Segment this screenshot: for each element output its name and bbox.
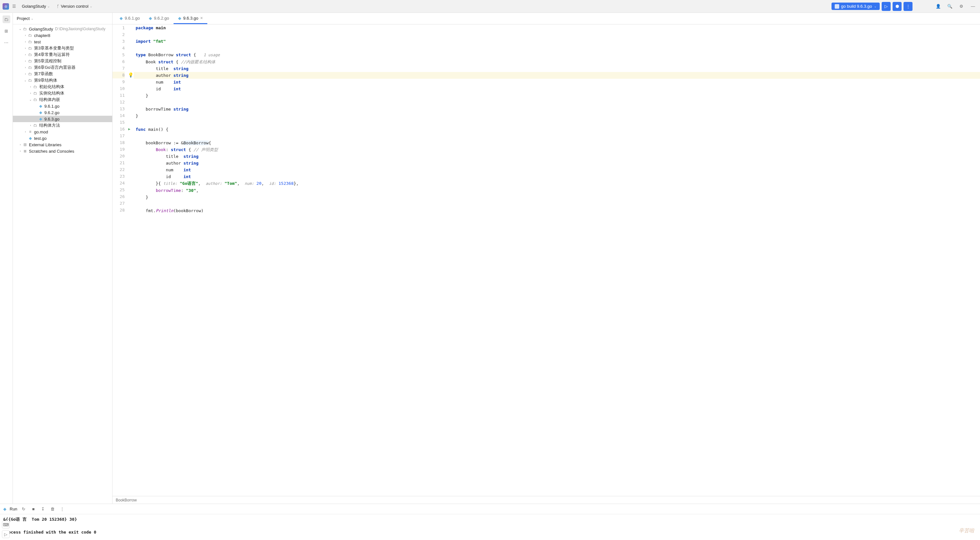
editor-tab[interactable]: ◆9.6.2.go	[144, 13, 173, 24]
tree-row[interactable]: ›🗀chapter8	[13, 32, 112, 38]
trash-button[interactable]: 🗑	[49, 506, 56, 512]
code-line[interactable]: title string	[134, 65, 980, 72]
vcs-dropdown[interactable]: ᚶ Version control ⌄	[54, 3, 95, 10]
account-icon[interactable]: 👤	[934, 2, 943, 11]
code-line[interactable]: title string	[134, 153, 980, 160]
code-line[interactable]	[134, 99, 980, 106]
stop-button[interactable]: ■	[30, 506, 37, 512]
tree-arrow-icon[interactable]: ›	[28, 85, 33, 88]
code-line[interactable]	[134, 201, 980, 207]
code-line[interactable]: borrowTime string	[134, 106, 980, 113]
tree-row[interactable]: ◆9.6.2.go	[13, 109, 112, 116]
code-line[interactable]	[134, 133, 980, 140]
code-line[interactable]: num int	[134, 167, 980, 173]
tree-arrow-icon[interactable]: ›	[23, 72, 28, 75]
code-line[interactable]: Book: struct { // 声明类型	[134, 146, 980, 153]
tree-row[interactable]: ›🗀初始化结构体	[13, 84, 112, 90]
tree-row[interactable]: ›🗀第6章Go语言内置容器	[13, 64, 112, 71]
tree-arrow-icon[interactable]: ⌄	[28, 98, 33, 101]
tree-row[interactable]: ◆test.go	[13, 135, 112, 142]
tree-arrow-icon[interactable]: ⌄	[23, 79, 28, 82]
minimize-icon[interactable]: —	[969, 2, 977, 11]
code-line[interactable]: }	[134, 113, 980, 119]
tree-arrow-icon[interactable]: ›	[28, 124, 33, 127]
code-line[interactable]: borrowTime: "30",	[134, 187, 980, 194]
code-line[interactable]: }	[134, 92, 980, 99]
project-tree[interactable]: ⌄🗀GolangStudyD:\DingJiaxiong\GolangStudy…	[13, 24, 112, 504]
run-config-selector[interactable]: go build 9.6.3.go ⌄	[832, 3, 880, 10]
tree-row[interactable]: ⌄🗀第9章结构体	[13, 77, 112, 84]
code-line[interactable]	[134, 45, 980, 51]
more-tools-icon[interactable]: ⋯	[3, 38, 10, 46]
code-line[interactable]: fmt.Println(bookBorrow)	[134, 207, 980, 214]
structure-tool-icon[interactable]: ⊞	[3, 27, 10, 35]
tree-row[interactable]: ›🗀实例化结构体	[13, 90, 112, 96]
rerun-button[interactable]: ↻	[21, 506, 27, 512]
tree-row[interactable]: ⌄🗀GolangStudyD:\DingJiaxiong\GolangStudy	[13, 26, 112, 32]
run-gutter-icon[interactable]: ▶	[128, 126, 130, 132]
run-button[interactable]: ▷	[881, 2, 891, 11]
debug-button[interactable]: ⬢	[892, 2, 902, 11]
code-line[interactable]	[134, 31, 980, 38]
search-icon[interactable]: 🔍	[945, 2, 954, 11]
tree-row[interactable]: ›🗀第5章流程控制	[13, 58, 112, 64]
more-actions-button[interactable]: ⋮	[904, 2, 913, 11]
code-line[interactable]: }{ title: "Go语言", author: "Tom", num: 20…	[134, 180, 980, 187]
tree-arrow-icon[interactable]: ›	[23, 53, 28, 56]
code-line[interactable]: type BookBorrow struct { 1 usage	[134, 51, 980, 59]
code-line[interactable]: }	[134, 194, 980, 201]
down-button[interactable]: ↧	[40, 506, 46, 512]
close-icon[interactable]: ×	[200, 16, 203, 21]
run-title[interactable]: Run	[10, 507, 18, 511]
run-tool-icon[interactable]: ▷	[2, 530, 10, 538]
code-line[interactable]: import "fmt"	[134, 38, 980, 45]
line-number: 7	[113, 65, 125, 72]
main-menu-icon[interactable]: ☰	[11, 3, 18, 10]
tree-row[interactable]: ◆9.6.1.go	[13, 103, 112, 109]
code-lines[interactable]: package main import "fmt" type BookBorro…	[134, 24, 980, 496]
tree-row[interactable]: ›⊞External Libraries	[13, 142, 112, 148]
terminal-tool-icon[interactable]: ⌨	[2, 521, 10, 529]
editor-tab[interactable]: ◆9.6.1.go	[115, 13, 144, 24]
code-line[interactable]	[134, 119, 980, 126]
tree-arrow-icon[interactable]: ›	[18, 143, 22, 146]
code-line[interactable]: bookBorrow := &BookBorrow{	[134, 140, 980, 146]
tree-row[interactable]: ›🗀第4章常量与运算符	[13, 51, 112, 58]
breadcrumb-bar[interactable]: BookBorrow	[113, 496, 980, 504]
tree-row[interactable]: ⌄🗀结构体内嵌	[13, 96, 112, 103]
project-dropdown[interactable]: GolangStudy ⌄	[19, 3, 52, 10]
code-line[interactable]: author string	[134, 72, 980, 79]
tree-row[interactable]: ◆9.6.3.go	[13, 116, 112, 122]
console-output[interactable]: &{{Go语 言 Tom 20 152368} 30} Process fini…	[0, 514, 980, 540]
settings-icon[interactable]: ⚙	[957, 2, 966, 11]
tree-row[interactable]: ›🗀结构体方法	[13, 122, 112, 129]
editor-tab[interactable]: ◆9.6.3.go×	[173, 13, 207, 24]
code-line[interactable]: func main() {	[134, 126, 980, 133]
tree-row[interactable]: ›≣Scratches and Consoles	[13, 148, 112, 154]
tree-row[interactable]: ›🗀test	[13, 38, 112, 45]
code-line[interactable]: id int	[134, 173, 980, 180]
intention-bulb-icon[interactable]: 💡	[128, 72, 134, 78]
tree-arrow-icon[interactable]: ›	[23, 66, 28, 69]
code-line[interactable]: num int	[134, 79, 980, 86]
tree-arrow-icon[interactable]: ⌄	[18, 27, 22, 30]
code-line[interactable]: id int	[134, 86, 980, 92]
tree-arrow-icon[interactable]: ›	[28, 92, 33, 95]
code-line[interactable]: author string	[134, 160, 980, 167]
tree-arrow-icon[interactable]: ›	[23, 40, 28, 43]
tree-arrow-icon[interactable]: ›	[23, 46, 28, 50]
tree-label: 结构体方法	[39, 123, 60, 128]
code-editor[interactable]: 1234567891011121314151617181920212223242…	[113, 24, 980, 496]
tree-arrow-icon[interactable]: ›	[23, 34, 28, 37]
more-button[interactable]: ⋮	[59, 506, 65, 512]
project-tool-icon[interactable]: 🗀	[3, 16, 10, 23]
tree-row[interactable]: ›🗀第7章函数	[13, 71, 112, 77]
tree-arrow-icon[interactable]: ›	[23, 59, 28, 63]
code-line[interactable]: Book struct { //内嵌匿名结构体	[134, 59, 980, 65]
tree-row[interactable]: ›≡go.mod	[13, 129, 112, 135]
tree-row[interactable]: ›🗀第3章基本变量与类型	[13, 45, 112, 51]
code-line[interactable]: package main	[134, 24, 980, 31]
tree-arrow-icon[interactable]: ›	[18, 150, 22, 153]
tree-arrow-icon[interactable]: ›	[23, 130, 28, 134]
project-panel-header[interactable]: Project ⌄	[13, 13, 112, 24]
